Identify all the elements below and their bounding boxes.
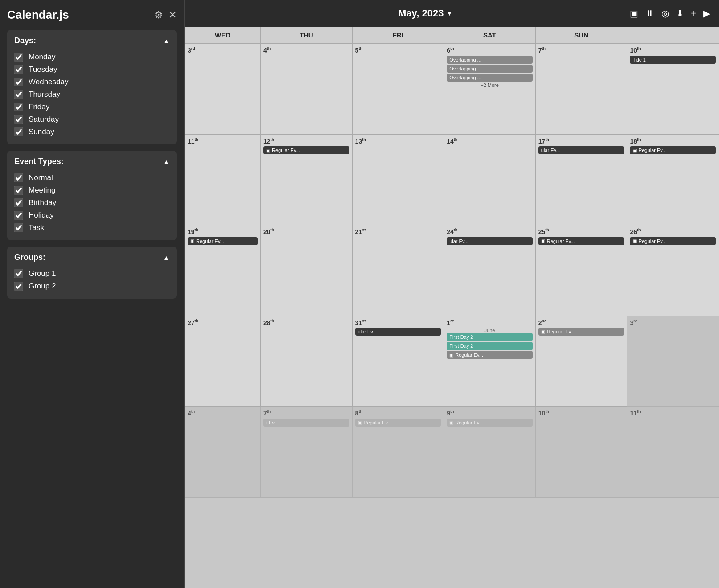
cell-sat-r6[interactable]: 10th [536, 407, 628, 498]
event-type-label-meeting: Meeting [29, 186, 55, 195]
cell-sat-r2[interactable]: 13th [353, 135, 444, 226]
cell-sun-r2[interactable]: 14th [444, 135, 536, 226]
cell-wed-r2[interactable]: 10th Title 1 [627, 44, 719, 135]
groups-collapse-arrow[interactable]: ▲ [163, 254, 169, 261]
play-icon[interactable]: ▶ [703, 8, 710, 19]
event-fri-r2-1[interactable]: ▣ Regular Ev... [263, 146, 349, 154]
cell-sun-r4[interactable]: 28th [261, 316, 353, 407]
cell-sat-r1[interactable]: 6th Overlapping ... Overlapping ... Over… [444, 44, 536, 135]
view-icon[interactable]: ▣ [630, 8, 638, 19]
cell-thu-r1[interactable]: 4th [261, 44, 353, 135]
event-type-meeting: Meeting [14, 184, 169, 197]
add-icon[interactable]: + [691, 8, 696, 19]
event-sat-r1-2[interactable]: Overlapping ... [447, 65, 533, 73]
day-label-saturday: Saturday [29, 115, 59, 124]
cell-fri-r2[interactable]: 12th ▣ Regular Ev... [261, 135, 353, 226]
day-item-saturday: Saturday [14, 113, 169, 126]
days-collapse-arrow[interactable]: ▲ [163, 37, 169, 45]
date-sun-r5: 4th [188, 409, 258, 417]
event-icon-thu-r5: ▣ [449, 353, 453, 358]
cell-sun-r6[interactable]: 11th [627, 407, 719, 498]
cell-sun-r5[interactable]: 4th [185, 407, 261, 498]
cell-wed-r1[interactable]: 3rd [185, 44, 261, 135]
eye-icon[interactable]: ◎ [661, 8, 669, 19]
event-fri-r3-1[interactable]: ▣ Regular Ev... [188, 237, 258, 245]
event-type-checkbox-holiday[interactable] [14, 211, 23, 220]
event-sat-r1-3[interactable]: Overlapping ... [447, 74, 533, 82]
event-types-collapse-arrow[interactable]: ▲ [163, 158, 169, 165]
date-wed-r4: 24th [447, 228, 533, 235]
group-label-1: Group 1 [29, 269, 56, 278]
more-link-sat-r1[interactable]: +2 More [447, 82, 533, 88]
date-sun-r6: 11th [630, 409, 716, 417]
top-bar: May, 2023 ▼ ▣ ⏸ ◎ ⬇ + ▶ [185, 0, 719, 27]
event-type-checkbox-birthday[interactable] [14, 198, 23, 207]
event-type-label-normal: Normal [29, 173, 53, 182]
cell-wed-r4[interactable]: 24th ular Ev... [444, 225, 536, 316]
date-fri-r6: 9th [447, 409, 533, 417]
cell-sat-r5[interactable]: 3rd [627, 316, 719, 407]
group-checkbox-1[interactable] [14, 269, 23, 278]
cell-fri-r4[interactable]: 26th ▣ Regular Ev... [627, 225, 719, 316]
pause-icon[interactable]: ⏸ [645, 8, 654, 19]
cell-wed-r6[interactable]: 7th t Ev... [261, 407, 353, 498]
event-wed-r3-1[interactable]: ular Ev... [538, 146, 625, 154]
close-icon[interactable]: ✕ [168, 9, 177, 21]
cell-sat-r3[interactable]: 20th [261, 225, 353, 316]
cell-wed-r3[interactable]: 17th ular Ev... [536, 135, 628, 226]
group-checkbox-2[interactable] [14, 282, 23, 291]
cell-sat-r4[interactable]: 27th [185, 316, 261, 407]
event-thu-r3-1[interactable]: ▣ Regular Ev... [630, 146, 716, 154]
event-type-checkbox-meeting[interactable] [14, 186, 23, 195]
day-checkbox-sunday[interactable] [14, 127, 23, 136]
day-checkbox-monday[interactable] [14, 53, 23, 62]
date-fri-r2: 12th [263, 137, 349, 145]
event-fri-r5-1[interactable]: ▣ Regular Ev... [538, 328, 625, 336]
day-checkbox-friday[interactable] [14, 103, 23, 111]
event-type-checkbox-normal[interactable] [14, 173, 23, 182]
gear-icon[interactable]: ⚙ [154, 9, 163, 21]
event-thu-r5-3[interactable]: ▣ Regular Ev... [447, 351, 533, 359]
cell-fri-r3[interactable]: 19th ▣ Regular Ev... [185, 225, 261, 316]
event-icon-thu-r4: ▣ [541, 238, 545, 243]
event-type-checkbox-task[interactable] [14, 223, 23, 232]
day-checkbox-thursday[interactable] [14, 90, 23, 99]
dropdown-icon[interactable]: ▼ [446, 10, 452, 17]
group-label-2: Group 2 [29, 282, 56, 291]
event-thu-r6-1[interactable]: ▣ Regular Ev... [355, 419, 441, 427]
days-section: Days: ▲ Monday Tuesday Wednesday Thursda… [7, 30, 177, 144]
cell-thu-r3[interactable]: 18th ▣ Regular Ev... [627, 135, 719, 226]
date-wed-r3: 17th [538, 137, 625, 145]
cell-fri-r1[interactable]: 5th [353, 44, 444, 135]
day-item-tuesday: Tuesday [14, 63, 169, 76]
day-checkbox-saturday[interactable] [14, 115, 23, 124]
cell-wed-r5[interactable]: 31st ular Ev... [353, 316, 444, 407]
cell-sun-r1[interactable]: 7th [536, 44, 628, 135]
sidebar-header-icons: ⚙ ✕ [154, 9, 177, 21]
cell-thu-r4[interactable]: 25th ▣ Regular Ev... [536, 225, 628, 316]
download-icon[interactable]: ⬇ [676, 8, 684, 19]
event-icon-fri-r6: ▣ [449, 420, 453, 425]
event-wed-r5-1[interactable]: ular Ev... [355, 328, 441, 336]
cell-thu-r5[interactable]: 1st June First Day 2 First Day 2 ▣ Regul… [444, 316, 536, 407]
cell-thu-r2[interactable]: 11th [185, 135, 261, 226]
event-thu-r5-1[interactable]: First Day 2 [447, 333, 533, 341]
date-sun-r4: 28th [263, 319, 349, 326]
cell-sun-r3[interactable]: 21st [353, 225, 444, 316]
day-label-monday: Monday [29, 53, 55, 62]
cell-thu-r6[interactable]: 8th ▣ Regular Ev... [353, 407, 444, 498]
event-wed-r6-1[interactable]: t Ev... [263, 419, 349, 427]
event-fri-r6-1[interactable]: ▣ Regular Ev... [447, 419, 533, 427]
month-year-label: May, 2023 [398, 8, 444, 19]
event-wed-r4-1[interactable]: ular Ev... [447, 237, 533, 245]
cell-fri-r5[interactable]: 2nd ▣ Regular Ev... [536, 316, 628, 407]
event-sat-r1-1[interactable]: Overlapping ... [447, 56, 533, 64]
day-checkbox-tuesday[interactable] [14, 65, 23, 74]
cell-fri-r6[interactable]: 9th ▣ Regular Ev... [444, 407, 536, 498]
days-section-header: Days: ▲ [14, 36, 169, 45]
event-thu-r5-2[interactable]: First Day 2 [447, 342, 533, 350]
day-checkbox-wednesday[interactable] [14, 78, 23, 86]
event-fri-r4-1[interactable]: ▣ Regular Ev... [630, 237, 716, 245]
event-thu-r4-1[interactable]: ▣ Regular Ev... [538, 237, 625, 245]
event-wed-r2-1[interactable]: Title 1 [630, 56, 716, 64]
